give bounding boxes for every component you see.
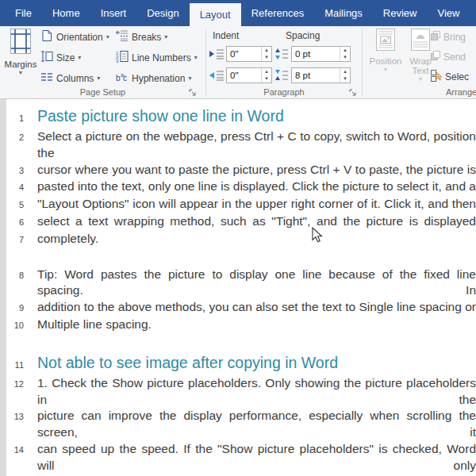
- columns-button[interactable]: Columns ▾: [40, 70, 100, 87]
- document-line: 6select a text wrapping method, such as …: [6, 213, 476, 231]
- bring-forward-icon: [430, 30, 441, 44]
- indent-label: Indent: [213, 30, 239, 41]
- group-label-paragraph: Paragraph: [206, 87, 362, 97]
- breaks-label: Breaks: [132, 32, 161, 43]
- tab-home[interactable]: Home: [42, 0, 90, 26]
- send-backward-label: Send: [443, 52, 466, 63]
- heading-text[interactable]: Not able to see image after copying in W…: [37, 352, 476, 373]
- spinner-up-icon[interactable]: ▲: [262, 47, 271, 54]
- spinner-down-icon[interactable]: ▼: [262, 75, 271, 83]
- document-line: 8Tip: Word pastes the picture to display…: [6, 267, 476, 300]
- word-window: File Home Insert Design Layout Reference…: [0, 0, 476, 476]
- selection-pane-label: Selec: [445, 71, 469, 83]
- line-text[interactable]: Multiple line spacing.: [37, 317, 476, 333]
- paragraph-dialog-launcher-icon[interactable]: [349, 86, 358, 95]
- spinner-up-icon[interactable]: ▲: [340, 68, 350, 75]
- line-number: 1: [6, 108, 24, 129]
- tab-references[interactable]: References: [241, 0, 314, 26]
- document-line: 2Select a picture on the webpage, press …: [6, 129, 476, 162]
- tab-review[interactable]: Review: [373, 0, 428, 26]
- spacing-before-input[interactable]: 0 pt ▲▼: [291, 46, 351, 62]
- indent-left-icon: [209, 48, 225, 61]
- bring-forward-button: Bring: [430, 28, 466, 47]
- line-numbers-icon: 1 2 3: [116, 50, 129, 66]
- line-text[interactable]: select a text wrapping method, such as "…: [37, 213, 476, 230]
- line-text[interactable]: 1. Check the Show picture placeholders. …: [37, 375, 476, 409]
- document-line: 4pasted into the text, only one line is …: [6, 178, 476, 196]
- spacing-before-icon: [274, 48, 290, 60]
- tab-design[interactable]: Design: [136, 0, 189, 26]
- group-paragraph: Indent Spacing 0" ▲▼ 0" ▲▼: [206, 26, 362, 98]
- line-text[interactable]: can speed up the speed. If the "Show pic…: [37, 441, 476, 474]
- document-line: 1 Paste picture show one line in Word: [6, 106, 476, 129]
- document-page[interactable]: 1 Paste picture show one line in Word 2S…: [6, 106, 476, 476]
- line-text[interactable]: Tip: Word pastes the picture to display …: [37, 267, 476, 300]
- document-area[interactable]: 1 Paste picture show one line in Word 2S…: [0, 99, 476, 476]
- tab-insert[interactable]: Insert: [90, 0, 137, 26]
- spinner-up-icon[interactable]: ▲: [262, 68, 271, 75]
- margins-button[interactable]: Margins ▾: [2, 28, 39, 76]
- page-size-icon: [40, 50, 53, 66]
- page-left-margin-strip: [0, 99, 6, 476]
- indent-right-input[interactable]: 0" ▲▼: [226, 67, 272, 83]
- tab-file[interactable]: File: [5, 0, 42, 26]
- selection-pane-button[interactable]: Selec: [430, 67, 469, 86]
- paragraph: 121. Check the Show picture placeholders…: [6, 375, 476, 476]
- line-text[interactable]: cursor where you want to paste the pictu…: [37, 162, 476, 178]
- line-numbers-button[interactable]: 1 2 3 Line Numbers ▾: [116, 49, 198, 67]
- heading-text[interactable]: Paste picture show one line in Word: [37, 106, 476, 126]
- line-number: 2: [6, 129, 24, 146]
- wrap-text-icon: [410, 40, 431, 54]
- breaks-button[interactable]: Breaks ▾: [116, 29, 167, 46]
- ribbon: Margins ▾ Orientation ▾: [0, 26, 476, 99]
- orientation-button[interactable]: Orientation ▾: [40, 29, 109, 46]
- svg-text:3: 3: [116, 59, 119, 63]
- line-number: 12: [6, 376, 24, 393]
- margins-label: Margins: [2, 60, 39, 69]
- hyphenation-icon: b a- c: [116, 71, 129, 86]
- mouse-cursor: [312, 227, 324, 247]
- line-text[interactable]: addition to the above methods, you can a…: [37, 299, 476, 316]
- tab-mailings[interactable]: Mailings: [314, 0, 373, 26]
- line-number: 14: [6, 442, 24, 459]
- line-number: 3: [6, 163, 24, 179]
- hyphenation-label: Hyphenation: [132, 73, 185, 84]
- spinner-up-icon[interactable]: ▲: [340, 47, 350, 54]
- group-page-setup: Margins ▾ Orientation ▾: [0, 26, 205, 98]
- size-button[interactable]: Size ▾: [40, 49, 81, 67]
- spacing-after-icon: [274, 69, 290, 82]
- send-backward-button: Send: [430, 48, 466, 67]
- hyphenation-button[interactable]: b a- c Hyphenation ▾: [116, 70, 191, 87]
- line-text[interactable]: pasted into the text, only one line is d…: [37, 178, 476, 195]
- document-line: 10Multiple line spacing.: [6, 317, 476, 334]
- dropdown-arrow-icon: ▾: [194, 55, 198, 61]
- spinner-down-icon[interactable]: ▼: [340, 75, 350, 83]
- line-text[interactable]: picture can improve the display performa…: [37, 408, 476, 441]
- ribbon-tab-bar: File Home Insert Design Layout Reference…: [0, 0, 476, 26]
- indent-left-input[interactable]: 0" ▲▼: [226, 46, 272, 62]
- spinner-down-icon[interactable]: ▼: [340, 54, 350, 61]
- paragraph: 2Select a picture on the webpage, press …: [6, 129, 476, 248]
- line-text[interactable]: completely.: [37, 231, 476, 248]
- document-line: 13picture can improve the display perfor…: [6, 408, 476, 441]
- selection-pane-icon: [430, 69, 443, 85]
- line-text[interactable]: "Layout Options" icon will appear in the…: [37, 196, 476, 213]
- line-number: 8: [6, 267, 24, 284]
- tab-view[interactable]: View: [427, 0, 470, 26]
- line-number: 6: [6, 214, 24, 231]
- line-number: 11: [6, 355, 24, 375]
- svg-text:c: c: [123, 74, 127, 83]
- page-setup-dialog-launcher-icon[interactable]: [189, 86, 198, 95]
- tab-help[interactable]: Help: [470, 0, 476, 26]
- line-numbers-label: Line Numbers: [132, 52, 191, 63]
- spacing-after-input[interactable]: 8 pt ▲▼: [291, 67, 351, 83]
- document-line: 121. Check the Show picture placeholders…: [6, 375, 476, 409]
- tab-layout[interactable]: Layout: [190, 3, 241, 26]
- line-text[interactable]: Select a picture on the webpage, press C…: [37, 129, 476, 162]
- spinner-down-icon[interactable]: ▼: [262, 54, 271, 61]
- document-line: 9addition to the above methods, you can …: [6, 299, 476, 317]
- indent-right-icon: [209, 70, 225, 83]
- orientation-label: Orientation: [56, 32, 103, 43]
- margins-icon: [10, 44, 32, 57]
- bring-forward-label: Bring: [443, 32, 466, 43]
